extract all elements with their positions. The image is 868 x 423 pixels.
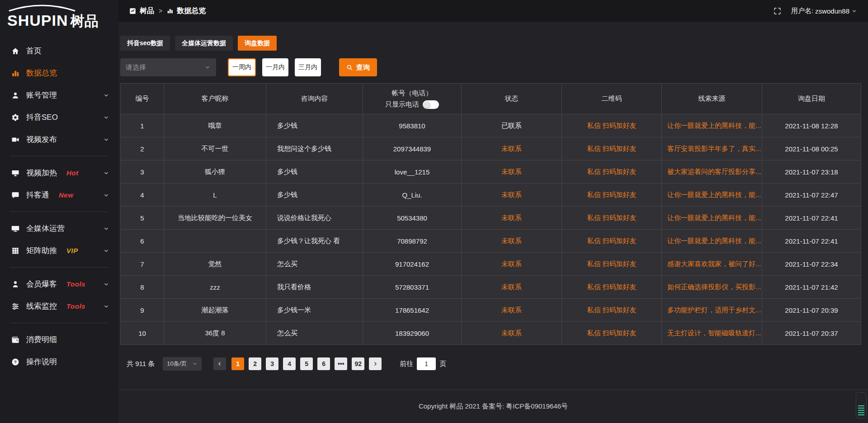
sidebar-item-会员爆客[interactable]: 会员爆客Tools [0, 273, 118, 295]
floating-widget[interactable] [856, 392, 867, 418]
main-content: 抖音seo数据全媒体运营数据询盘数据 请选择 一周内一月内三月内 查询 编号客户… [118, 0, 868, 371]
col-客户昵称: 客户昵称 [164, 84, 266, 114]
sidebar-divider [10, 156, 108, 156]
sidebar-item-首页[interactable]: 首页 [0, 40, 118, 62]
sidebar-item-视频发布[interactable]: 视频发布 [0, 128, 118, 150]
cell-qr-link[interactable]: 私信 扫码加好友 [562, 322, 662, 345]
sidebar-item-label: 抖音SEO [26, 112, 58, 122]
chevron-down-icon [103, 192, 109, 198]
col-编号: 编号 [121, 84, 164, 114]
cell-qr-link[interactable]: 私信 扫码加好友 [562, 207, 662, 230]
cell-qr-link[interactable]: 私信 扫码加好友 [562, 137, 662, 160]
username-label: 用户名: [791, 7, 813, 15]
username-value: zswodun88 [815, 7, 849, 15]
topbar: 树品 > 数据总览 用户名: zswodun88 [118, 0, 868, 22]
cell-qr-link[interactable]: 私信 扫码加好友 [562, 114, 662, 137]
col-询盘日期: 询盘日期 [762, 84, 861, 114]
page-button-4[interactable]: 4 [283, 357, 296, 370]
cell-content: 多少钱一米 [266, 299, 363, 322]
cell-source-link[interactable]: 让你一眼就爱上的黑科技，能... [662, 114, 762, 137]
sidebar-item-抖音SEO[interactable]: 抖音SEO [0, 106, 118, 128]
sidebar-item-操作说明[interactable]: ?操作说明 [0, 351, 118, 373]
cell-qr-link[interactable]: 私信 扫码加好友 [562, 230, 662, 253]
cell-id: 5 [121, 207, 164, 230]
goto-page-input[interactable] [417, 357, 436, 370]
page-button-5[interactable]: 5 [300, 357, 313, 370]
cell-source-link[interactable]: 让你一眼就爱上的黑科技，能... [662, 183, 762, 207]
cell-qr-link[interactable]: 私信 扫码加好友 [562, 276, 662, 299]
breadcrumb: 树品 > 数据总览 [129, 6, 206, 16]
range-button-一周内[interactable]: 一周内 [228, 58, 256, 76]
query-button[interactable]: 查询 [339, 58, 377, 76]
cell-source-link[interactable]: 让你一眼就爱上的黑科技，能... [662, 207, 762, 230]
table-row: 1哦章多少钱9583810已联系私信 扫码加好友让你一眼就爱上的黑科技，能...… [121, 114, 861, 137]
user-menu[interactable]: 用户名: zswodun88 [791, 7, 857, 15]
fullscreen-icon[interactable] [774, 7, 781, 15]
phone-toggle[interactable] [423, 100, 439, 109]
page-size-select[interactable]: 10条/页 [163, 357, 202, 371]
page-button-1[interactable]: 1 [231, 357, 244, 370]
cell-qr-link[interactable]: 私信 扫码加好友 [562, 160, 662, 183]
page-button-92[interactable]: 92 [352, 357, 364, 370]
copyright-text: Copyright 树品 2021 备案号: 粤ICP备09019646号 [419, 402, 568, 411]
filter-select-placeholder: 请选择 [126, 63, 146, 72]
range-buttons: 一周内一月内三月内 [228, 58, 321, 76]
page-button-6[interactable]: 6 [317, 357, 330, 370]
svg-text:?: ? [14, 359, 17, 364]
cell-id: 8 [121, 276, 164, 299]
cell-source-link[interactable]: 客厅安装投影半年多了，真实... [662, 137, 762, 160]
cell-account: 9583810 [363, 114, 462, 137]
sidebar-item-线索监控[interactable]: 线索监控Tools [0, 295, 118, 317]
sidebar-item-消费明细[interactable]: 消费明细 [0, 329, 118, 351]
range-button-三月内[interactable]: 三月内 [295, 58, 321, 76]
logo-text: SHUPIN [7, 12, 68, 29]
prev-page-button[interactable] [213, 357, 226, 370]
cell-content: 我想问这个多少钱 [266, 137, 363, 160]
cell-qr-link[interactable]: 私信 扫码加好友 [562, 253, 662, 276]
goto-label: 前往 [400, 360, 413, 368]
cell-account: 178651642 [363, 299, 462, 322]
col-account-line2: 只显示电话 [363, 100, 461, 109]
range-button-一月内[interactable]: 一月内 [262, 58, 288, 76]
table-row: 4L多少钱Q_Liu.未联系私信 扫码加好友让你一眼就爱上的黑科技，能...20… [121, 183, 861, 207]
screen-icon [11, 169, 19, 177]
sidebar-badge: Hot [66, 169, 79, 177]
cell-account: 50534380 [363, 207, 462, 230]
comment-icon [11, 191, 19, 199]
page-button-3[interactable]: 3 [266, 357, 278, 370]
sidebar-item-全媒体运营[interactable]: 全媒体运营 [0, 217, 118, 240]
cell-source-link[interactable]: 如何正确选择投影仪，买投影... [662, 276, 762, 299]
cell-id: 3 [121, 160, 164, 183]
more-pages-button[interactable]: ••• [335, 357, 347, 370]
tab-全媒体运营数据[interactable]: 全媒体运营数据 [175, 36, 233, 51]
cell-date: 2021-11-07 22:41 [762, 207, 861, 230]
page-button-2[interactable]: 2 [249, 357, 261, 370]
cell-source-link[interactable]: 被大家追着问的客厅投影分享... [662, 160, 762, 183]
cell-nickname: 不可一世 [164, 137, 266, 160]
cell-content: 多少钱 [266, 183, 363, 207]
cell-status: 未联系 [462, 276, 562, 299]
cell-source-link[interactable]: 感谢大家喜欢我家，被问了好... [662, 253, 762, 276]
cell-date: 2021-11-07 23:18 [762, 160, 861, 183]
cell-source-link[interactable]: 无主灯设计，智能磁吸轨道灯... [662, 322, 762, 345]
tab-抖音seo数据[interactable]: 抖音seo数据 [120, 36, 170, 51]
cell-account: 70898792 [363, 230, 462, 253]
sidebar-item-账号管理[interactable]: 账号管理 [0, 84, 118, 106]
breadcrumb-root[interactable]: 树品 [140, 6, 154, 16]
chevron-down-icon [204, 64, 211, 70]
chevron-down-icon [103, 281, 109, 287]
cell-nickname: 36度 8 [164, 322, 266, 345]
cell-qr-link[interactable]: 私信 扫码加好友 [562, 183, 662, 207]
next-page-button[interactable] [369, 357, 382, 370]
cell-qr-link[interactable]: 私信 扫码加好友 [562, 299, 662, 322]
cell-source-link[interactable]: 让你一眼就爱上的黑科技，能... [662, 230, 762, 253]
sidebar-item-矩阵助推[interactable]: 矩阵助推VIP [0, 240, 118, 262]
cell-source-link[interactable]: 多功能护栏灯，适用于乡村文... [662, 299, 762, 322]
sidebar-item-数据总览[interactable]: 数据总览 [0, 62, 118, 84]
sidebar-item-视频加热[interactable]: 视频加热Hot [0, 162, 118, 184]
tab-询盘数据[interactable]: 询盘数据 [238, 36, 277, 51]
cell-status: 未联系 [462, 299, 562, 322]
sidebar-item-抖客通[interactable]: 抖客通New [0, 184, 118, 206]
sidebar-divider [10, 323, 108, 323]
filter-select[interactable]: 请选择 [120, 58, 216, 76]
